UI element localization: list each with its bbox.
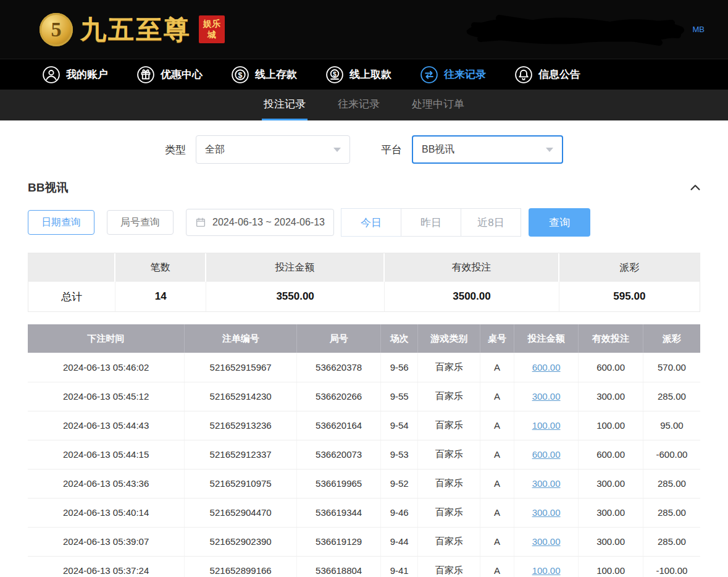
tab-2[interactable]: 往来记录	[336, 90, 382, 120]
bet-amount-link[interactable]: 100.00	[532, 420, 561, 431]
tab-3[interactable]: 处理中订单	[410, 90, 466, 120]
bet-table: 下注时间注单编号局号场次游戏类别桌号投注金额有效投注派彩 2024-06-13 …	[28, 324, 700, 577]
deposit-coin-icon: $	[231, 65, 249, 84]
table-no-cell: A	[480, 440, 514, 469]
summary-table: 笔数投注金额有效投注派彩 总计143550.003500.00595.00	[28, 253, 700, 312]
round-no-cell: 536619129	[297, 527, 381, 556]
column-header: 注单编号	[185, 324, 297, 353]
session-cell: 9-46	[381, 498, 418, 527]
bet-amount-link[interactable]: 300.00	[532, 391, 561, 402]
bet-time-cell: 2024-06-13 05:44:15	[28, 440, 185, 469]
top-header: 5 九五至尊 娱乐 城 MB	[0, 0, 728, 59]
summary-value-cell: 595.00	[559, 282, 700, 311]
yesterday-button[interactable]: 昨日	[401, 208, 461, 237]
payout-cell: 285.00	[643, 498, 700, 527]
bet-amount-cell: 600.00	[514, 440, 579, 469]
valid-bet-cell: 300.00	[579, 469, 643, 498]
nav-item-label: 往来记录	[444, 67, 486, 82]
brand-badge-line1: 娱乐	[203, 19, 220, 30]
sub-tabs: 投注记录往来记录处理中订单	[0, 90, 728, 120]
bet-amount-link[interactable]: 300.00	[532, 478, 561, 489]
collapse-chevron-up-icon[interactable]	[688, 181, 702, 195]
bet-amount-link[interactable]: 300.00	[532, 507, 561, 518]
search-button[interactable]: 查询	[529, 208, 590, 237]
session-cell: 9-53	[381, 440, 418, 469]
bet-time-cell: 2024-06-13 05:46:02	[28, 353, 185, 382]
valid-bet-cell: 100.00	[579, 556, 643, 577]
gift-icon	[136, 65, 155, 84]
bet-time-cell: 2024-06-13 05:45:12	[28, 382, 185, 411]
table-row: 2024-06-13 05:44:15521652912337536620073…	[28, 440, 700, 469]
valid-bet-cell: 600.00	[579, 440, 643, 469]
bet-amount-cell: 100.00	[514, 556, 579, 577]
nav-item-4[interactable]: $线上取款	[325, 65, 391, 84]
brand-badge-line2: 城	[203, 30, 220, 41]
platform-select[interactable]: BB视讯	[412, 135, 563, 164]
session-cell: 9-52	[381, 469, 418, 498]
date-range-input[interactable]: 2024-06-13 ~ 2024-06-13	[186, 209, 334, 236]
summary-total-label: 总计	[28, 282, 115, 311]
bet-time-cell: 2024-06-13 05:43:36	[28, 469, 185, 498]
valid-bet-cell: 600.00	[579, 353, 643, 382]
table-no-cell: A	[480, 556, 514, 577]
column-header: 场次	[381, 324, 418, 353]
round-no-cell: 536620266	[297, 382, 381, 411]
table-row: 2024-06-13 05:43:36521652910975536619965…	[28, 469, 700, 498]
bet-time-cell: 2024-06-13 05:39:07	[28, 527, 185, 556]
withdraw-coin-icon: $	[325, 65, 344, 84]
brand-badge: 娱乐 城	[199, 15, 225, 43]
bet-amount-link[interactable]: 600.00	[532, 449, 561, 460]
nav-item-3[interactable]: $线上存款	[231, 65, 297, 84]
user-icon	[42, 65, 61, 84]
bet-amount-cell: 300.00	[514, 527, 579, 556]
filter-bar: 类型 全部 平台 BB视讯	[0, 120, 728, 172]
payout-cell: 285.00	[643, 527, 700, 556]
brand-title: 九五至尊	[80, 17, 191, 43]
bet-amount-link[interactable]: 300.00	[532, 536, 561, 547]
session-cell: 9-41	[381, 556, 418, 577]
svg-text:$: $	[238, 70, 243, 79]
header-right: MB	[462, 12, 705, 48]
session-cell: 9-44	[381, 527, 418, 556]
bet-table-header-row: 下注时间注单编号局号场次游戏类别桌号投注金额有效投注派彩	[28, 324, 700, 353]
logo-coin-icon: 5	[40, 13, 73, 46]
payout-cell: 285.00	[643, 469, 700, 498]
tab-1[interactable]: 投注记录	[262, 90, 308, 120]
bet-amount-cell: 300.00	[514, 382, 579, 411]
payout-cell: 285.00	[643, 382, 700, 411]
round-query-button[interactable]: 局号查询	[107, 210, 174, 235]
redacted-user-info	[462, 12, 689, 48]
today-button[interactable]: 今日	[341, 208, 401, 237]
game-type-cell: 百家乐	[418, 469, 480, 498]
nav-item-6[interactable]: 信息公告	[514, 65, 580, 84]
currency-suffix: MB	[693, 25, 705, 34]
table-no-cell: A	[480, 411, 514, 440]
table-row: 2024-06-13 05:44:43521652913236536620164…	[28, 411, 700, 440]
date-query-button[interactable]: 日期查询	[28, 210, 94, 235]
type-select-value: 全部	[205, 143, 225, 156]
bet-amount-cell: 600.00	[514, 353, 579, 382]
bet-table-body: 2024-06-13 05:46:02521652915967536620378…	[28, 353, 700, 577]
column-header: 局号	[297, 324, 381, 353]
section-title: BB视讯	[28, 180, 68, 196]
type-select[interactable]: 全部	[196, 135, 350, 164]
valid-bet-cell: 300.00	[579, 527, 643, 556]
bet-amount-link[interactable]: 600.00	[532, 362, 561, 373]
summary-header-row: 笔数投注金额有效投注派彩	[28, 253, 700, 282]
game-type-cell: 百家乐	[418, 353, 480, 382]
round-no-cell: 536619344	[297, 498, 381, 527]
nav-item-2[interactable]: 优惠中心	[136, 65, 203, 84]
session-cell: 9-54	[381, 411, 418, 440]
game-type-cell: 百家乐	[418, 440, 480, 469]
nav-item-1[interactable]: 我的账户	[42, 65, 108, 84]
bet-amount-link[interactable]: 100.00	[532, 565, 561, 576]
table-no-cell: A	[480, 469, 514, 498]
platform-select-value: BB视讯	[422, 143, 454, 156]
section-head: BB视讯	[0, 172, 728, 202]
brand-logo[interactable]: 5 九五至尊 娱乐 城	[40, 13, 225, 46]
last8days-button[interactable]: 近8日	[461, 208, 521, 237]
column-header: 下注时间	[28, 324, 185, 353]
summary-value-cell: 3500.00	[385, 282, 559, 311]
payout-cell: -600.00	[643, 440, 700, 469]
nav-item-5[interactable]: 往来记录	[420, 65, 486, 84]
